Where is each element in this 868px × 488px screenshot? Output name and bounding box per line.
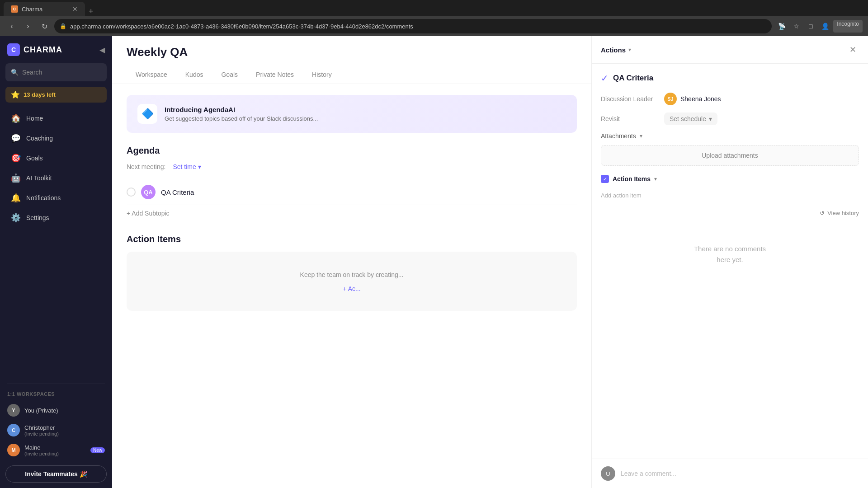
sidebar-item-coaching[interactable]: 💬 Coaching xyxy=(4,129,108,148)
ai-toolkit-icon: 🤖 xyxy=(11,173,21,183)
address-bar[interactable]: 🔒 app.charma.com/workspaces/a6e00ac2-1ac… xyxy=(54,19,772,33)
main-header: Weekly QA Workspace Kudos Goals Private … xyxy=(112,36,591,84)
sidebar-collapse-button[interactable]: ◀ xyxy=(99,46,105,54)
browser-controls: ‹ › ↻ 🔒 app.charma.com/workspaces/a6e00a… xyxy=(0,16,868,36)
action-items-empty-text: Keep the team on track by creating... xyxy=(145,270,559,280)
item-avatar: QA xyxy=(141,185,156,199)
agenda-item-qa-criteria[interactable]: QA QA Criteria xyxy=(127,179,577,205)
sidebar-item-home[interactable]: 🏠 Home xyxy=(4,109,108,128)
set-time-label: Set time xyxy=(173,163,196,170)
upload-attachments-button[interactable]: Upload attachments xyxy=(601,145,859,166)
profile-button[interactable]: 👤 xyxy=(819,20,831,33)
main-content: Weekly QA Workspace Kudos Goals Private … xyxy=(112,36,591,488)
sidebar-logo: C CHARMA xyxy=(7,43,62,56)
sidebar-item-settings[interactable]: ⚙️ Settings xyxy=(4,208,108,227)
extension-button[interactable]: □ xyxy=(804,20,817,33)
discussion-leader-value: SJ Sheena Jones xyxy=(664,93,721,105)
search-icon: 🔍 xyxy=(11,69,19,76)
invite-teammates-button[interactable]: Invite Teammates 🎉 xyxy=(5,465,107,483)
tab-goals[interactable]: Goals xyxy=(212,66,247,84)
christopher-avatar: C xyxy=(7,424,20,436)
qa-check-icon: ✓ xyxy=(601,73,609,84)
discussion-leader-row: Discussion Leader SJ Sheena Jones xyxy=(601,93,859,105)
back-button[interactable]: ‹ xyxy=(5,20,18,33)
action-items-chevron-icon: ▾ xyxy=(654,176,657,182)
goals-icon: 🎯 xyxy=(11,153,21,163)
sidebar-item-goals[interactable]: 🎯 Goals xyxy=(4,149,108,168)
workspace-item-private[interactable]: Y You (Private) xyxy=(0,400,112,420)
sidebar-search[interactable]: 🔍 Search xyxy=(5,63,107,81)
schedule-chevron-icon: ▾ xyxy=(709,115,712,122)
leader-name: Sheena Jones xyxy=(680,95,721,103)
attachments-chevron-icon: ▾ xyxy=(640,133,642,139)
view-history-button[interactable]: ↺ View history xyxy=(820,210,859,216)
action-items-title: Action Items xyxy=(127,234,577,244)
attachments-row[interactable]: Attachments ▾ xyxy=(601,132,859,140)
browser-chrome: C Charma ✕ + ‹ › ↻ 🔒 app.charma.com/work… xyxy=(0,0,868,36)
revisit-label: Revisit xyxy=(601,115,664,122)
cast-button[interactable]: 📡 xyxy=(775,20,788,33)
banner-icon: 🔷 xyxy=(137,104,157,124)
item-checkbox[interactable] xyxy=(127,188,136,197)
next-meeting-label: Next meeting: xyxy=(127,163,165,170)
sidebar-item-ai-toolkit[interactable]: 🤖 AI Toolkit xyxy=(4,169,108,188)
sidebar-item-home-label: Home xyxy=(26,115,43,122)
tab-close-button[interactable]: ✕ xyxy=(72,5,78,13)
main-body: 🔷 Introducing AgendaAI Get suggested top… xyxy=(112,84,591,488)
actions-dropdown[interactable]: Actions ▾ xyxy=(601,46,631,54)
attachments-label: Attachments xyxy=(601,132,636,140)
comment-input[interactable] xyxy=(621,470,859,477)
reload-button[interactable]: ↻ xyxy=(38,20,51,33)
forward-button[interactable]: › xyxy=(22,20,34,33)
maine-name: Maine xyxy=(24,444,59,451)
right-panel-body: ✓ QA Criteria Discussion Leader SJ Sheen… xyxy=(592,64,868,459)
workspace-info-private: You (Private) xyxy=(24,407,58,414)
new-tab-button[interactable]: + xyxy=(85,7,97,16)
panel-close-button[interactable]: ✕ xyxy=(846,43,859,56)
logo-text: CHARMA xyxy=(24,45,62,55)
revisit-row: Revisit Set schedule ▾ xyxy=(601,113,859,125)
discussion-leader-label: Discussion Leader xyxy=(601,95,664,103)
set-time-button[interactable]: Set time ▾ xyxy=(173,163,201,170)
tab-workspace[interactable]: Workspace xyxy=(127,66,176,84)
trial-icon: ⭐ xyxy=(11,90,20,99)
browser-tabs: C Charma ✕ + xyxy=(0,0,868,16)
settings-icon: ⚙️ xyxy=(11,213,21,223)
action-items-checkbox[interactable]: ✓ xyxy=(601,175,609,183)
active-tab[interactable]: C Charma ✕ xyxy=(4,2,85,16)
set-time-chevron: ▾ xyxy=(198,163,201,170)
attachments-section: Attachments ▾ Upload attachments xyxy=(601,132,859,166)
sidebar-item-notifications[interactable]: 🔔 Notifications xyxy=(4,188,108,207)
banner-description: Get suggested topics based off of your S… xyxy=(165,115,318,122)
add-action-item-panel-button[interactable]: Add action item xyxy=(601,188,859,202)
trial-text: 13 days left xyxy=(24,91,56,98)
logo-icon: C xyxy=(7,43,20,56)
tab-title: Charma xyxy=(22,6,69,13)
browser-actions: 📡 ☆ □ 👤 Incognito xyxy=(775,20,863,33)
tab-kudos[interactable]: Kudos xyxy=(176,66,212,84)
item-name: QA Criteria xyxy=(161,188,194,196)
tab-private-notes[interactable]: Private Notes xyxy=(247,66,303,84)
qa-criteria-header: ✓ QA Criteria xyxy=(601,73,859,84)
action-items-section: Action Items Keep the team on track by c… xyxy=(127,234,577,311)
intro-banner: 🔷 Introducing AgendaAI Get suggested top… xyxy=(127,95,577,133)
add-action-item-button[interactable]: + Ac... xyxy=(343,285,360,292)
app-layout: C CHARMA ◀ 🔍 Search ⭐ 13 days left 🏠 Hom… xyxy=(0,36,868,488)
sidebar-item-ai-toolkit-label: AI Toolkit xyxy=(26,174,52,182)
set-schedule-button[interactable]: Set schedule ▾ xyxy=(664,113,717,125)
lock-icon: 🔒 xyxy=(60,23,66,29)
main-tabs: Workspace Kudos Goals Private Notes Hist… xyxy=(127,66,577,84)
add-subtopic-label: + Add Subtopic xyxy=(127,210,170,217)
bookmark-button[interactable]: ☆ xyxy=(790,20,802,33)
workspaces-section-title: 1:1 Workspaces xyxy=(0,388,112,400)
incognito-badge: Incognito xyxy=(833,20,863,33)
notifications-icon: 🔔 xyxy=(11,193,21,203)
new-badge: New xyxy=(90,447,105,453)
workspace-item-maine[interactable]: M Maine (Invite pending) New xyxy=(0,440,112,460)
tab-history[interactable]: History xyxy=(303,66,341,84)
trial-badge: ⭐ 13 days left xyxy=(5,87,107,103)
workspace-item-christopher[interactable]: C Christopher (Invite pending) xyxy=(0,420,112,440)
no-comments-section: There are no comments here yet. xyxy=(601,216,859,292)
actions-chevron-icon: ▾ xyxy=(628,47,631,53)
add-subtopic-button[interactable]: + Add Subtopic xyxy=(127,205,577,221)
